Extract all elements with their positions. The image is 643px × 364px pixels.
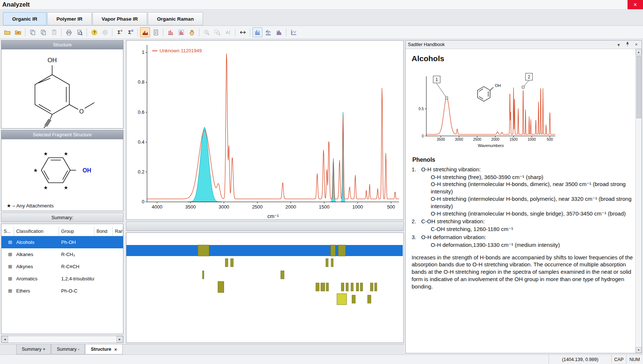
item-title: C-OH stretching vibration: xyxy=(421,218,634,225)
horizontal-scrollbar[interactable]: ◄ ► xyxy=(1,336,123,343)
peak-labels-icon[interactable] xyxy=(176,27,186,37)
svg-text:0.5: 0.5 xyxy=(419,107,424,111)
fragment-panel: Selected Fragment Structure ★ ★ xyxy=(1,130,123,211)
handbook-panel-title: Sadtler Handbook xyxy=(408,42,445,47)
report-icon[interactable] xyxy=(151,27,161,37)
toolbar-separator xyxy=(163,28,163,36)
phenols-item-3: 3. O-H deformation vibration: O-H deform… xyxy=(412,234,634,249)
scrollbar-track[interactable] xyxy=(8,336,116,343)
tab-organic-ir[interactable]: Organic IR xyxy=(3,12,46,25)
svg-text:Unknown 11201949: Unknown 11201949 xyxy=(160,48,202,53)
window-close-button[interactable]: × xyxy=(628,0,643,9)
svg-text:Σ: Σ xyxy=(128,29,131,35)
column-header-group[interactable]: Group xyxy=(59,227,94,236)
table-row-alcohols[interactable]: ⊞ Alcohols Ph-OH xyxy=(1,236,123,248)
panel-close-icon[interactable]: × xyxy=(633,42,639,47)
center-column: 400035003000250020001500100050000.20.40.… xyxy=(125,39,404,344)
classification-bands-panel[interactable] xyxy=(126,232,404,343)
num-lock-indicator: NUM xyxy=(626,355,643,364)
full-scale-icon[interactable] xyxy=(238,27,248,37)
tab-structure[interactable]: Structure× xyxy=(85,344,122,354)
pin-icon[interactable] xyxy=(625,42,630,48)
subtract-from-summary-icon[interactable]: Σ= xyxy=(125,27,135,37)
expand-icon[interactable]: ⊞ xyxy=(8,288,12,294)
tab-summary-minus[interactable]: Summary - xyxy=(51,344,85,354)
find-peak-icon[interactable]: A xyxy=(223,27,233,37)
print-icon[interactable] xyxy=(64,27,74,37)
copy-options-icon[interactable] xyxy=(38,27,48,37)
tab-vapor-phase-ir[interactable]: Vapor Phase IR xyxy=(92,12,147,25)
svg-text:1000: 1000 xyxy=(528,137,536,141)
open-spectrum-icon[interactable] xyxy=(2,27,12,37)
svg-text:1: 1 xyxy=(436,77,438,82)
zoom-window-icon[interactable] xyxy=(212,27,222,37)
classification-cell: Alkanes xyxy=(14,252,59,257)
tab-label: Summary + xyxy=(22,347,45,352)
item-line: O-H stretching (intermolecular H-bonds, … xyxy=(431,181,634,195)
table-row-aromatics[interactable]: ⊞ Aromatics 1,2,4-trisubstituted xyxy=(1,273,123,285)
process-icon[interactable] xyxy=(100,27,110,37)
add-to-summary-icon[interactable]: Σ+ xyxy=(115,27,125,37)
display-stacked-icon[interactable] xyxy=(263,27,273,37)
expand-icon[interactable]: ⊞ xyxy=(8,239,12,245)
classification-bands-chart[interactable] xyxy=(126,233,403,343)
hint-icon[interactable]: ? xyxy=(89,27,99,37)
svg-text:2500: 2500 xyxy=(252,204,263,210)
svg-text:0.8: 0.8 xyxy=(138,79,144,85)
spectrum-chart[interactable]: 400035003000250020001500100050000.20.40.… xyxy=(126,41,403,220)
print-preview-icon[interactable] xyxy=(74,27,84,37)
tab-summary-plus[interactable]: Summary + xyxy=(16,344,51,354)
handbook-article: Alcohols 35003000250020001500100050000.5… xyxy=(406,49,635,353)
expand-icon[interactable]: ⊞ xyxy=(8,252,12,257)
tab-polymer-ir[interactable]: Polymer IR xyxy=(47,12,92,25)
active-spectrum-icon[interactable] xyxy=(140,27,150,37)
summary-header: Summary: xyxy=(1,213,123,222)
zoom-icon[interactable] xyxy=(202,27,212,37)
scroll-right-icon[interactable]: ► xyxy=(116,336,123,343)
open-library-icon[interactable] xyxy=(13,27,23,37)
column-header-bond[interactable]: Bond xyxy=(94,227,113,236)
tab-organic-raman[interactable]: Organic Raman xyxy=(148,12,203,25)
svg-text:0.2: 0.2 xyxy=(138,169,144,175)
panel-menu-icon[interactable]: ▾ xyxy=(616,42,622,48)
vertical-scrollbar[interactable]: ▲ ▼ xyxy=(635,49,642,353)
copy-icon[interactable] xyxy=(28,27,38,37)
svg-text:3000: 3000 xyxy=(455,137,464,141)
phenols-item-2: 2. C-OH stretching vibration: C-OH stret… xyxy=(412,218,634,233)
fragment-hydroxyl-label: OH xyxy=(83,167,91,174)
expand-icon[interactable]: ⊞ xyxy=(8,264,12,269)
svg-text:2: 2 xyxy=(528,74,530,80)
toolbar-separator xyxy=(199,28,199,36)
tab-label: Structure xyxy=(91,347,111,352)
main-area: Structure xyxy=(0,39,643,354)
cursor-coordinates: (1404.139, 0.989) xyxy=(549,355,611,364)
paste-icon[interactable] xyxy=(49,27,59,37)
display-single-icon[interactable] xyxy=(252,27,262,37)
column-header-range[interactable]: Range xyxy=(113,227,123,236)
scroll-down-icon[interactable]: ▼ xyxy=(636,347,642,353)
peak-picking-icon[interactable] xyxy=(165,27,175,37)
svg-text:3000: 3000 xyxy=(219,204,229,210)
scroll-left-icon[interactable]: ◄ xyxy=(1,336,8,343)
pan-hand-icon[interactable] xyxy=(187,27,197,37)
table-row-alkynes[interactable]: ⊞ Alkynes R-C≡CH xyxy=(1,260,123,273)
svg-text:2000: 2000 xyxy=(491,137,500,141)
svg-text:1000: 1000 xyxy=(352,204,363,210)
column-header-select[interactable]: S... xyxy=(1,227,14,236)
expand-icon[interactable]: ⊞ xyxy=(8,276,12,281)
spectrum-chart-panel[interactable]: 400035003000250020001500100050000.20.40.… xyxy=(126,40,404,220)
close-tab-icon[interactable]: × xyxy=(114,347,117,352)
table-row-alkanes[interactable]: ⊞ Alkanes R-CH₃ xyxy=(1,248,123,260)
group-cell: Ph-O-C xyxy=(59,288,94,294)
table-row-ethers[interactable]: ⊞ Ethers Ph-O-C xyxy=(1,285,123,297)
phenol-structure-drawing: OH xyxy=(469,80,503,106)
svg-text:1: 1 xyxy=(142,49,144,55)
svg-text:cm⁻¹: cm⁻¹ xyxy=(268,213,279,219)
scrollbar-thumb[interactable] xyxy=(636,56,641,118)
display-axes-icon[interactable] xyxy=(289,27,298,37)
svg-text:2500: 2500 xyxy=(473,137,482,141)
scroll-up-icon[interactable]: ▲ xyxy=(636,49,642,55)
display-overlaid-icon[interactable] xyxy=(274,27,284,37)
caps-lock-indicator: CAP xyxy=(611,355,626,364)
column-header-classification[interactable]: Classification xyxy=(14,227,59,236)
